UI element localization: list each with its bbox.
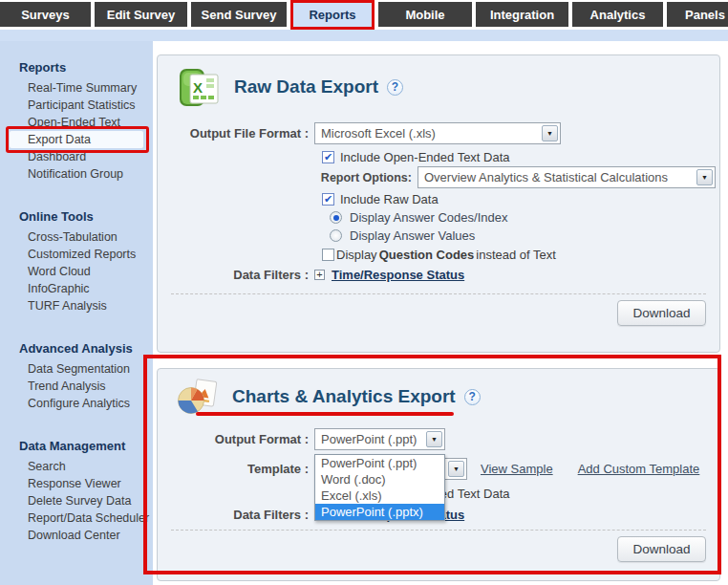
view-sample-link[interactable]: View Sample xyxy=(481,462,553,476)
output-file-format-select[interactable]: Microsoft Excel (.xls) xyxy=(314,122,561,144)
dropdown-option-pptx[interactable]: PowerPoint (.pptx) xyxy=(315,504,444,520)
output-format-select[interactable]: PowerPoint (.ppt) xyxy=(314,428,445,450)
raw-data-export-title: Raw Data Export xyxy=(234,76,378,98)
dropdown-arrow-icon[interactable] xyxy=(426,431,442,447)
answer-values-label: Display Answer Values xyxy=(350,228,475,243)
help-icon[interactable]: ? xyxy=(464,389,481,405)
nav-tab-analytics[interactable]: Analytics xyxy=(572,2,663,27)
dropdown-option-xls[interactable]: Excel (.xls) xyxy=(315,488,444,504)
time-response-status-link[interactable]: Time/Response Status xyxy=(332,268,464,282)
sidebar-item-report-data-scheduler[interactable]: Report/Data Scheduler xyxy=(0,509,153,527)
dropdown-option-ppt[interactable]: PowerPoint (.ppt) xyxy=(315,455,444,471)
nav-tab-panels[interactable]: Panels xyxy=(667,2,728,27)
sidebar-header-online-tools: Online Tools xyxy=(0,207,153,227)
output-file-format-label: Output File Format : xyxy=(165,126,309,141)
separator-dashed xyxy=(171,530,706,531)
template-links: View Sample Add Custom Template xyxy=(481,462,699,476)
sidebar-item-notification-group[interactable]: Notification Group xyxy=(0,165,153,183)
report-options-label: Report Options: xyxy=(165,171,412,184)
nav-tab-reports[interactable]: Reports xyxy=(290,0,375,30)
data-filters-label-2: Data Filters : xyxy=(165,508,309,522)
separator-dashed xyxy=(171,293,706,294)
sidebar-item-response-viewer[interactable]: Response Viewer xyxy=(0,475,153,492)
sidebar-item-export-data[interactable]: Export Data xyxy=(10,131,143,148)
main-content: X Raw Data Export ? Output File Format :… xyxy=(153,41,728,585)
sidebar-item-turf-analysis[interactable]: TURF Analysis xyxy=(0,297,153,314)
sidebar-item-infographic[interactable]: InfoGraphic xyxy=(0,280,153,297)
sidebar-item-dashboard[interactable]: Dashboard xyxy=(0,148,153,165)
output-format-value: PowerPoint (.ppt) xyxy=(315,432,426,446)
add-custom-template-link[interactable]: Add Custom Template xyxy=(578,462,700,476)
help-icon[interactable]: ? xyxy=(387,79,403,96)
sidebar-item-export-data-label: Export Data xyxy=(28,133,91,146)
sidebar-section-data-management: Data Management Search Response Viewer D… xyxy=(0,437,153,544)
question-codes-checkbox[interactable] xyxy=(322,249,334,261)
output-format-dropdown-list: PowerPoint (.ppt) Word (.doc) Excel (.xl… xyxy=(314,454,445,521)
download-button[interactable]: Download xyxy=(617,300,706,326)
nav-tab-mobile[interactable]: Mobile xyxy=(378,2,472,27)
sidebar-section-reports: Reports Real-Time Summary Participant St… xyxy=(0,58,153,183)
sidebar-item-open-ended-text[interactable]: Open-Ended Text xyxy=(0,114,153,131)
sidebar-item-cross-tabulation[interactable]: Cross-Tabulation xyxy=(0,228,153,246)
sidebar-section-online-tools: Online Tools Cross-Tabulation Customized… xyxy=(0,207,153,314)
data-filters-row: Data Filters : Time/Response Status xyxy=(158,268,719,282)
pie-chart-icon xyxy=(177,377,219,417)
nav-tab-surveys[interactable]: Surveys xyxy=(0,2,91,27)
answer-codes-label: Display Answer Codes/Index xyxy=(350,210,507,225)
question-codes-label-bold: Question Codes xyxy=(379,248,475,262)
output-format-row: Output Format : PowerPoint (.ppt) xyxy=(158,428,719,450)
sidebar: Reports Real-Time Summary Participant St… xyxy=(0,41,153,585)
sidebar-item-real-time-summary[interactable]: Real-Time Summary xyxy=(0,79,153,97)
sidebar-item-search[interactable]: Search xyxy=(0,458,153,475)
answer-codes-radio-row: Display Answer Codes/Index xyxy=(330,209,719,226)
include-raw-data-label: Include Raw Data xyxy=(340,192,439,206)
top-nav: Surveys Edit Survey Send Survey Reports … xyxy=(0,0,728,30)
sidebar-header-data-management: Data Management xyxy=(0,437,153,456)
charts-analytics-export-panel: Charts & Analytics Export ? Output Forma… xyxy=(157,368,720,581)
nav-tab-integration[interactable]: Integration xyxy=(476,2,568,27)
answer-values-radio[interactable] xyxy=(330,229,342,242)
dropdown-option-doc[interactable]: Word (.doc) xyxy=(315,471,444,488)
sidebar-item-configure-analytics[interactable]: Configure Analytics xyxy=(0,395,153,412)
excel-workbook-icon: X xyxy=(177,65,221,109)
raw-data-export-panel: X Raw Data Export ? Output File Format :… xyxy=(157,54,720,353)
question-codes-label-suffix: instead of Text xyxy=(476,248,556,262)
charts-export-header: Charts & Analytics Export ? xyxy=(158,369,719,417)
include-raw-data-row: Include Raw Data xyxy=(322,191,719,207)
output-file-format-row: Output File Format : Microsoft Excel (.x… xyxy=(158,122,719,144)
sidebar-header-reports: Reports xyxy=(0,58,153,77)
download-button-2[interactable]: Download xyxy=(617,536,706,562)
nav-tab-edit-survey[interactable]: Edit Survey xyxy=(95,2,187,27)
sidebar-item-download-center[interactable]: Download Center xyxy=(0,527,153,544)
download-button-row-2: Download xyxy=(158,536,719,562)
sidebar-section-advanced-analysis: Advanced Analysis Data Segmentation Tren… xyxy=(0,339,153,412)
sidebar-header-advanced-analysis: Advanced Analysis xyxy=(0,339,153,358)
include-open-ended-checkbox[interactable] xyxy=(322,151,334,163)
sidebar-item-data-segmentation[interactable]: Data Segmentation xyxy=(0,360,153,378)
report-options-select[interactable]: Overview Analytics & Statistical Calcula… xyxy=(418,166,716,188)
template-label: Template : xyxy=(165,462,309,476)
nav-tab-send-survey[interactable]: Send Survey xyxy=(191,2,287,27)
answer-codes-radio[interactable] xyxy=(330,211,342,224)
sidebar-item-trend-analysis[interactable]: Trend Analysis xyxy=(0,378,153,395)
include-open-ended-label: Include Open-Ended Text Data xyxy=(340,150,510,164)
question-codes-label-prefix: Display xyxy=(336,248,377,262)
charts-export-title: Charts & Analytics Export xyxy=(232,386,456,407)
download-button-row: Download xyxy=(158,300,719,326)
sidebar-item-delete-survey-data[interactable]: Delete Survey Data xyxy=(0,492,153,509)
dropdown-arrow-icon[interactable] xyxy=(448,461,464,477)
raw-data-export-header: X Raw Data Export ? xyxy=(158,55,719,109)
expand-plus-icon[interactable] xyxy=(314,270,325,280)
report-options-value: Overview Analytics & Statistical Calcula… xyxy=(418,170,696,184)
include-open-ended-row: Include Open-Ended Text Data xyxy=(322,149,719,165)
dropdown-arrow-icon[interactable] xyxy=(542,125,558,141)
answer-values-radio-row: Display Answer Values xyxy=(330,228,719,244)
sidebar-item-customized-reports[interactable]: Customized Reports xyxy=(0,246,153,263)
export-data-page: Surveys Edit Survey Send Survey Reports … xyxy=(0,0,728,585)
report-options-row: Report Options: Overview Analytics & Sta… xyxy=(158,166,719,188)
sidebar-item-word-cloud[interactable]: Word Cloud xyxy=(0,263,153,280)
include-raw-data-checkbox[interactable] xyxy=(322,193,334,206)
sidebar-item-participant-statistics[interactable]: Participant Statistics xyxy=(0,97,153,114)
dropdown-arrow-icon[interactable] xyxy=(696,169,713,185)
question-codes-row: Display Question Codes instead of Text xyxy=(322,247,719,263)
